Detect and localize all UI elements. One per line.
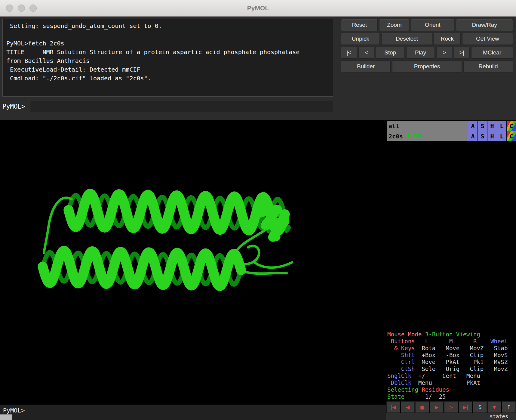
mouse-panel-text: Shft bbox=[387, 352, 415, 358]
object-row-all: allASHLC bbox=[387, 121, 516, 131]
object-row-2c0s: 2c0s1/25ASHLC bbox=[387, 131, 516, 141]
state-forward-button[interactable]: > bbox=[444, 401, 458, 413]
toolbar-row-3: |<<StopPlay>>|MClear bbox=[341, 47, 513, 59]
side-panel: allASHLC2c0s1/25ASHLC Mouse Mode 3-Butto… bbox=[386, 120, 516, 420]
mouse-panel-text: 1/ 25 bbox=[404, 393, 446, 400]
resize-grip[interactable] bbox=[0, 414, 12, 420]
viewport-3d[interactable] bbox=[0, 120, 386, 404]
draw-ray-button[interactable]: Draw/Ray bbox=[456, 19, 513, 31]
reset-button[interactable]: Reset bbox=[341, 19, 378, 31]
state-back-button[interactable]: ◀ bbox=[401, 401, 415, 413]
minimize-button[interactable] bbox=[18, 5, 25, 12]
mouse-panel-text: 3-Button Viewing bbox=[422, 331, 480, 338]
state-f-button[interactable]: F bbox=[502, 401, 516, 413]
stop-button[interactable]: Stop bbox=[376, 47, 405, 59]
command-input[interactable] bbox=[30, 101, 333, 112]
state-play-button[interactable]: ▶ bbox=[430, 401, 444, 413]
toolbar: ResetZoomOrientDraw/RayUnpickDeselectRoc… bbox=[341, 19, 513, 120]
tail-right-bottom bbox=[241, 271, 287, 273]
command-prompt-row: PyMOL> bbox=[2, 101, 333, 112]
console-line: CmdLoad: "./2c0s.cif" loaded as "2c0s". bbox=[6, 74, 329, 83]
go-last-button[interactable]: >| bbox=[454, 47, 470, 59]
object-action-c-button[interactable]: C bbox=[507, 121, 516, 131]
mouse-panel-line: Mouse Mode 3-Button Viewing bbox=[387, 331, 516, 338]
mouse-panel-text: Residues bbox=[418, 386, 449, 393]
toolbar-row-1: ResetZoomOrientDraw/Ray bbox=[341, 19, 513, 31]
toolbar-row-4: BuilderPropertiesRebuild bbox=[341, 60, 513, 73]
console-line bbox=[6, 30, 329, 39]
get-view-button[interactable]: Get View bbox=[462, 33, 513, 45]
main-area: PyMOL>_ allASHLC2c0s1/25ASHLC Mouse Mode… bbox=[0, 120, 516, 420]
zoom-button[interactable]: Zoom bbox=[379, 19, 409, 31]
zoom-button[interactable] bbox=[29, 5, 37, 12]
mouse-panel-text: Menu - PkAt bbox=[411, 379, 480, 386]
window-controls bbox=[6, 5, 37, 12]
object-name[interactable]: all bbox=[387, 121, 468, 131]
object-action-s-button[interactable]: S bbox=[478, 131, 487, 141]
viewer-column: PyMOL>_ bbox=[0, 120, 386, 420]
object-action-h-button[interactable]: H bbox=[487, 121, 497, 131]
helix-bottom bbox=[43, 251, 241, 286]
console-line: TITLE NMR Solution Structure of a protei… bbox=[6, 48, 329, 57]
rock-button[interactable]: Rock bbox=[434, 33, 461, 45]
window-title: PyMOL bbox=[0, 5, 516, 12]
mouse-panel-text: +Box -Box Clip MovS bbox=[415, 352, 508, 358]
object-action-c-button[interactable]: C bbox=[507, 131, 516, 141]
mouse-panel-text: SnglClk bbox=[387, 372, 411, 379]
mouse-panel-text: CtSh bbox=[387, 366, 415, 372]
console-output[interactable]: Setting: suspend_undo_atom_count set to … bbox=[2, 19, 333, 97]
mouse-panel-line: & Keys Rota Move MovZ Slab bbox=[387, 345, 516, 352]
bottom-prompt[interactable]: PyMOL>_ bbox=[3, 407, 28, 414]
state-s-button[interactable]: S bbox=[473, 401, 487, 413]
toolbar-row-2: UnpickDeselectRockGet View bbox=[341, 33, 513, 45]
console-line: Setting: suspend_undo_atom_count set to … bbox=[6, 22, 329, 30]
go-first-button[interactable]: |< bbox=[341, 47, 357, 59]
mouse-panel-line: Ctrl Move PkAt Pk1 MvSZ bbox=[387, 359, 516, 366]
mouse-panel-text: Move PkAt Pk1 MvSZ bbox=[415, 359, 508, 365]
builder-button[interactable]: Builder bbox=[341, 60, 391, 73]
object-action-l-button[interactable]: L bbox=[497, 121, 506, 131]
state-menu-button[interactable]: ▼ bbox=[487, 401, 501, 413]
go-forward-button[interactable]: > bbox=[436, 47, 452, 59]
mouse-mode-panel: Mouse Mode 3-Button Viewing Buttons L M … bbox=[386, 331, 516, 401]
state-first-button[interactable]: |◀ bbox=[386, 401, 400, 413]
mouse-panel-text: Rota Move MovZ Slab bbox=[415, 345, 508, 351]
protein-ribbon bbox=[0, 120, 386, 404]
go-back-button[interactable]: < bbox=[358, 47, 374, 59]
object-list: allASHLC2c0s1/25ASHLC bbox=[386, 120, 516, 141]
console-line: PyMOL>fetch 2c0s bbox=[6, 39, 329, 48]
mouse-panel-line: CtSh Sele Orig Clip MovZ bbox=[387, 366, 516, 372]
play-button[interactable]: Play bbox=[406, 47, 435, 59]
mouse-panel-text: Ctrl bbox=[387, 359, 415, 365]
pymol-window: PyMOL Setting: suspend_undo_atom_count s… bbox=[0, 0, 516, 420]
state-last-button[interactable]: ▶| bbox=[459, 401, 472, 413]
unpick-button[interactable]: Unpick bbox=[341, 33, 380, 45]
object-action-h-button[interactable]: H bbox=[487, 131, 497, 141]
object-action-l-button[interactable]: L bbox=[497, 131, 506, 141]
states-label: states bbox=[490, 413, 508, 419]
bottom-command-bar: PyMOL>_ bbox=[0, 404, 386, 420]
mclear-button[interactable]: MClear bbox=[471, 47, 513, 59]
state-controls: |◀◀■▶>▶|S▼F bbox=[386, 401, 516, 413]
tail-right-top bbox=[254, 262, 292, 267]
mouse-panel-text: +/- Cent Menu bbox=[411, 372, 480, 379]
orient-button[interactable]: Orient bbox=[411, 19, 454, 31]
close-button[interactable] bbox=[6, 5, 13, 12]
object-name[interactable]: 2c0s1/25 bbox=[387, 131, 468, 141]
deselect-button[interactable]: Deselect bbox=[381, 33, 432, 45]
object-action-a-button[interactable]: A bbox=[468, 121, 478, 131]
mouse-panel-text: Buttons bbox=[387, 338, 415, 344]
state-stop-button[interactable]: ■ bbox=[415, 401, 429, 413]
console-line: from Bacillus Anthracis bbox=[6, 57, 329, 65]
properties-button[interactable]: Properties bbox=[392, 60, 462, 73]
mouse-panel-line: Selecting Residues bbox=[387, 386, 516, 393]
object-action-s-button[interactable]: S bbox=[478, 121, 487, 131]
rebuild-button[interactable]: Rebuild bbox=[463, 60, 513, 73]
mouse-panel-text: Sele Orig Clip MovZ bbox=[415, 366, 508, 372]
object-action-a-button[interactable]: A bbox=[468, 131, 478, 141]
mouse-panel-text: State bbox=[387, 393, 404, 400]
panel-spacer bbox=[386, 141, 516, 331]
prompt-label: PyMOL> bbox=[2, 103, 25, 110]
mouse-panel-text: Selecting bbox=[387, 386, 418, 393]
mouse-panel-text: L M R Wheel bbox=[415, 338, 508, 344]
